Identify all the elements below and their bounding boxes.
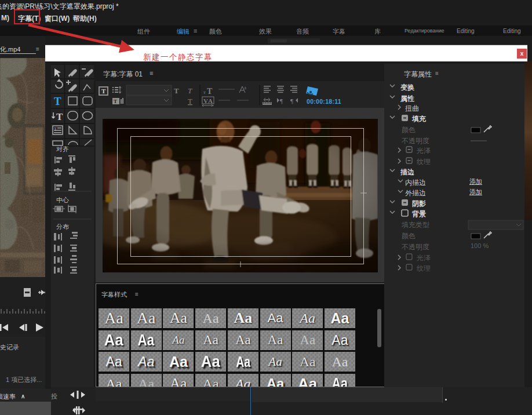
svg-text:T: T <box>56 111 63 122</box>
svg-text:T: T <box>188 86 192 95</box>
svg-text:T: T <box>188 97 192 105</box>
svg-text:T: T <box>101 88 106 94</box>
svg-text:T: T <box>174 86 179 95</box>
svg-text:T: T <box>207 87 213 96</box>
svg-text:±: ± <box>244 85 247 90</box>
svg-text:00:00:18:11: 00:00:18:11 <box>307 98 341 105</box>
svg-text:¶: ¶ <box>280 97 283 104</box>
svg-text:T: T <box>54 95 61 107</box>
svg-text:分布: 分布 <box>56 223 69 230</box>
svg-text:中心: 中心 <box>56 196 69 203</box>
svg-text:т: т <box>203 89 206 95</box>
svg-text:A: A <box>208 97 213 104</box>
svg-text:¶: ¶ <box>290 97 293 104</box>
svg-text:T: T <box>114 99 117 104</box>
svg-text:V: V <box>203 97 208 104</box>
svg-text:T: T <box>54 127 57 132</box>
